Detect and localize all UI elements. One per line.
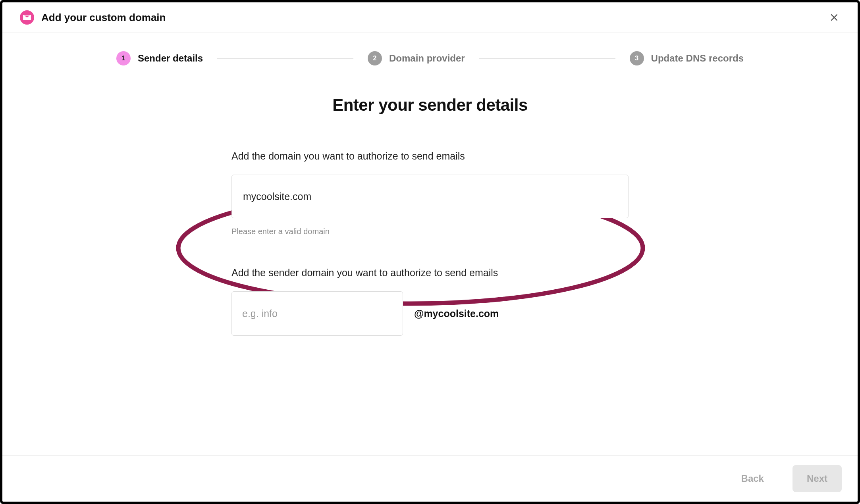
header-left: Add your custom domain bbox=[20, 10, 166, 25]
sender-field-label: Add the sender domain you want to author… bbox=[231, 267, 629, 279]
stepper: 1 Sender details 2 Domain provider 3 Upd… bbox=[116, 51, 744, 65]
stepper-container: 1 Sender details 2 Domain provider 3 Upd… bbox=[2, 33, 858, 65]
modal-frame: Add your custom domain 1 Sender details … bbox=[0, 0, 860, 504]
sender-local-input[interactable] bbox=[231, 291, 403, 336]
step-label-3: Update DNS records bbox=[651, 53, 744, 64]
step-sender-details[interactable]: 1 Sender details bbox=[116, 51, 203, 65]
sender-domain-suffix: @mycoolsite.com bbox=[414, 308, 499, 319]
next-button[interactable]: Next bbox=[793, 465, 842, 492]
modal-title: Add your custom domain bbox=[41, 12, 166, 24]
domain-input[interactable] bbox=[231, 175, 629, 218]
form-area: Add the domain you want to authorize to … bbox=[231, 150, 629, 336]
step-badge-3: 3 bbox=[630, 51, 644, 65]
step-label-1: Sender details bbox=[138, 53, 203, 64]
close-icon bbox=[829, 12, 839, 23]
brand-logo-icon bbox=[20, 10, 34, 25]
step-update-dns[interactable]: 3 Update DNS records bbox=[630, 51, 744, 65]
step-badge-2: 2 bbox=[368, 51, 382, 65]
back-button[interactable]: Back bbox=[727, 465, 778, 492]
step-domain-provider[interactable]: 2 Domain provider bbox=[368, 51, 465, 65]
close-button[interactable] bbox=[828, 12, 840, 23]
modal-footer: Back Next bbox=[2, 455, 858, 502]
modal-content: Enter your sender details Add the domain… bbox=[2, 65, 858, 455]
step-connector bbox=[479, 58, 615, 59]
domain-field-label: Add the domain you want to authorize to … bbox=[231, 150, 629, 162]
step-badge-1: 1 bbox=[116, 51, 131, 65]
step-connector bbox=[217, 58, 353, 59]
step-label-2: Domain provider bbox=[389, 53, 465, 64]
modal-header: Add your custom domain bbox=[2, 2, 858, 33]
sender-row: @mycoolsite.com bbox=[231, 291, 629, 336]
domain-helper-text: Please enter a valid domain bbox=[231, 227, 629, 236]
page-heading: Enter your sender details bbox=[332, 96, 528, 115]
